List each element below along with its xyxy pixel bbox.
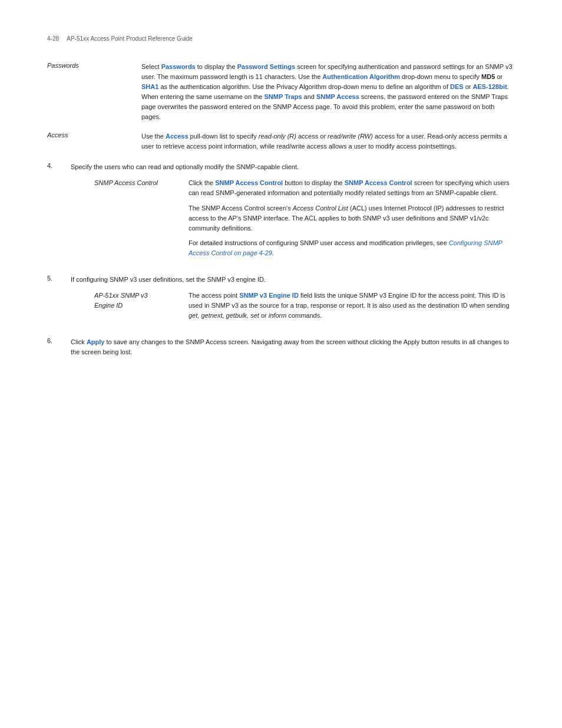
link-des[interactable]: DES <box>450 83 464 90</box>
text-md5: MD5 <box>481 73 495 80</box>
term-label-access: Access <box>47 131 141 151</box>
item-6-text: Click Apply to save any changes to the S… <box>71 338 509 355</box>
link-snmp-access[interactable]: SNMP Access <box>316 93 359 100</box>
link-aes128[interactable]: AES-128bit <box>473 83 507 90</box>
link-snmp-traps[interactable]: SNMP Traps <box>265 93 302 100</box>
page-title: AP-51xx Access Point Product Reference G… <box>67 35 192 42</box>
snmp-ac-para1: Click the SNMP Access Control button to … <box>189 179 510 196</box>
sub-label-engine-id: AP-51xx SNMP v3Engine ID <box>94 291 189 321</box>
term-def-passwords: Select Passwords to display the Password… <box>141 62 515 122</box>
page-header: 4-28 AP-51xx Access Point Product Refere… <box>47 35 515 44</box>
sub-label-snmp-access-control: SNMP Access Control <box>94 178 189 258</box>
item-4-text: Specify the users who can read and optio… <box>71 163 299 170</box>
numbered-item-4: 4. Specify the users who can read and op… <box>47 162 515 263</box>
link-apply[interactable]: Apply <box>87 338 105 345</box>
engine-id-para: The access point SNMP v3 Engine ID field… <box>189 292 510 319</box>
item-num-6: 6. <box>47 337 71 357</box>
text-readonly: read-only (R) <box>259 133 296 140</box>
text-inform: inform <box>269 312 287 319</box>
item-content-6: Click Apply to save any changes to the S… <box>71 337 515 357</box>
sub-def-engine-id: The access point SNMP v3 Engine ID field… <box>189 291 515 321</box>
content: Passwords Select Passwords to display th… <box>47 62 515 357</box>
text-readwrite: read/write (RW) <box>328 133 373 140</box>
item-content-5: If configuring SNMP v3 user definitions,… <box>71 275 515 327</box>
page: 4-28 AP-51xx Access Point Product Refere… <box>0 0 562 728</box>
term-def-access: Use the Access pull-down list to specify… <box>141 131 515 151</box>
text-acl: Access Control List <box>293 205 348 212</box>
item-content-4: Specify the users who can read and optio… <box>71 162 515 263</box>
term-label-passwords: Passwords <box>47 62 141 122</box>
term-passwords: Passwords Select Passwords to display th… <box>47 62 515 122</box>
link-snmp-access-control-btn[interactable]: SNMP Access Control <box>215 179 283 186</box>
link-auth-algorithm[interactable]: Authentication Algorithm <box>322 73 400 80</box>
sub-block-engine-id: AP-51xx SNMP v3Engine ID The access poin… <box>94 291 515 321</box>
link-passwords[interactable]: Passwords <box>161 63 196 70</box>
snmp-ac-para2: The SNMP Access Control screen's Access … <box>189 203 515 233</box>
sub-block-snmp-access-control: SNMP Access Control Click the SNMP Acces… <box>94 178 515 258</box>
page-number: 4-28 <box>47 35 59 42</box>
link-access[interactable]: Access <box>166 133 189 140</box>
item-5-text: If configuring SNMP v3 user definitions,… <box>71 276 266 283</box>
numbered-item-6: 6. Click Apply to save any changes to th… <box>47 337 515 357</box>
link-sha1[interactable]: SHA1 <box>141 83 158 90</box>
item-num-4: 4. <box>47 162 71 263</box>
numbered-item-5: 5. If configuring SNMP v3 user definitio… <box>47 275 515 327</box>
link-snmp-v3-engine-id[interactable]: SNMP v3 Engine ID <box>239 292 299 299</box>
sub-def-snmp-access-control: Click the SNMP Access Control button to … <box>189 178 515 258</box>
link-snmp-access-control-screen[interactable]: SNMP Access Control <box>345 179 412 186</box>
term-access: Access Use the Access pull-down list to … <box>47 131 515 151</box>
item-num-5: 5. <box>47 275 71 327</box>
snmp-ac-para3: For detailed instructions of configuring… <box>189 238 515 258</box>
text-commands: get, getnext, getbulk, set <box>189 312 259 319</box>
link-password-settings[interactable]: Password Settings <box>237 63 295 70</box>
link-configuring-snmp-ac[interactable]: Configuring SNMP Access Control on page … <box>189 239 503 256</box>
